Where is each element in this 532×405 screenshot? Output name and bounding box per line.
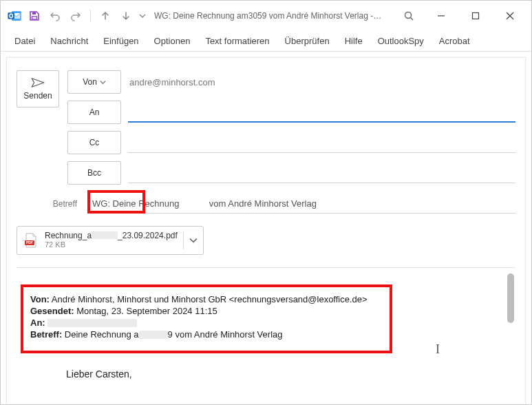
bcc-input[interactable]: [128, 163, 515, 183]
svg-rect-3: [32, 12, 36, 15]
attachment-size: 72 KB: [45, 240, 178, 249]
menu-outlookspy[interactable]: OutlookSpy: [371, 33, 431, 49]
chevron-down-icon: [100, 79, 106, 85]
chevron-down-icon: [189, 236, 198, 245]
highlight-box-header: Von: André Minhorst, Minhorst und Minhor…: [21, 284, 392, 353]
svg-line-6: [411, 18, 414, 21]
menu-nachricht[interactable]: Nachricht: [43, 33, 95, 49]
move-up-icon[interactable]: [96, 7, 114, 25]
save-icon[interactable]: [25, 7, 43, 25]
attachment-name: Rechnung_a_23.09.2024.pdf: [45, 231, 178, 240]
greeting-text: Lieber Carsten,: [66, 368, 502, 380]
redacted: [47, 319, 137, 327]
bcc-button[interactable]: Bcc: [67, 161, 121, 185]
vertical-scrollbar[interactable]: [507, 272, 514, 405]
subject-label: Betreff: [29, 199, 77, 209]
menu-ueberpruefen[interactable]: Überprüfen: [278, 33, 337, 49]
outlook-app-icon: [6, 8, 23, 24]
close-button[interactable]: [494, 3, 526, 28]
redacted: [92, 231, 118, 239]
cc-input[interactable]: [128, 132, 515, 153]
move-down-icon[interactable]: [117, 7, 135, 25]
redacted: [139, 331, 168, 339]
menubar: Datei Nachricht Einfügen Optionen Text f…: [1, 31, 531, 52]
compose-panel: Senden Von andre@minhorst.com An Cc Bcc: [6, 57, 526, 404]
menu-einfuegen[interactable]: Einfügen: [96, 33, 145, 49]
menu-datei[interactable]: Datei: [8, 33, 42, 49]
svg-point-5: [405, 12, 412, 19]
from-button[interactable]: Von: [67, 70, 121, 94]
send-icon: [30, 77, 45, 88]
send-button[interactable]: Senden: [17, 70, 59, 107]
subject-input[interactable]: [92, 194, 515, 214]
from-value: andre@minhorst.com: [128, 77, 515, 87]
redo-icon[interactable]: [67, 7, 85, 25]
menu-optionen[interactable]: Optionen: [147, 33, 198, 49]
minimize-button[interactable]: [425, 3, 457, 28]
undo-icon[interactable]: [46, 7, 64, 25]
menu-hilfe[interactable]: Hilfe: [338, 33, 370, 49]
to-button[interactable]: An: [67, 101, 121, 124]
svg-rect-8: [473, 13, 479, 19]
menu-acrobat[interactable]: Acrobat: [432, 33, 477, 49]
qat-dropdown-icon[interactable]: [138, 7, 147, 25]
send-label: Senden: [23, 91, 52, 101]
window-title: WG: Deine Rechnung am3059 vom André Minh…: [154, 11, 381, 21]
attachment-dropdown[interactable]: [183, 231, 198, 249]
titlebar: WG: Deine Rechnung am3059 vom André Minh…: [1, 1, 531, 31]
to-input[interactable]: [128, 102, 515, 123]
cc-button[interactable]: Cc: [67, 131, 121, 154]
message-body[interactable]: Von: André Minhorst, Minhorst und Minhor…: [17, 268, 506, 405]
svg-rect-4: [32, 17, 37, 19]
search-icon[interactable]: [395, 6, 423, 25]
maximize-button[interactable]: [460, 3, 491, 28]
scroll-thumb[interactable]: [507, 273, 514, 323]
message-body-area: Von: André Minhorst, Minhorst und Minhor…: [17, 267, 515, 405]
text-cursor-icon: I: [436, 342, 440, 357]
attachment-chip[interactable]: PDF Rechnung_a_23.09.2024.pdf 72 KB: [17, 226, 204, 255]
separator: [90, 10, 91, 22]
menu-text-formatieren[interactable]: Text formatieren: [198, 33, 276, 49]
svg-text:PDF: PDF: [26, 240, 33, 245]
pdf-icon: PDF: [23, 232, 39, 249]
